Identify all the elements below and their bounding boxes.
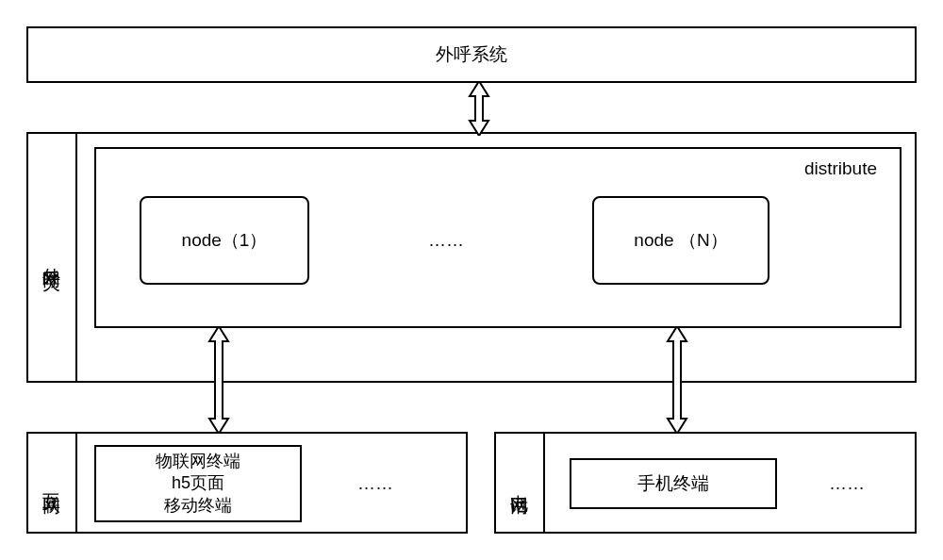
outbound-system-box: 外呼系统 (26, 26, 917, 83)
diagram-canvas: 外呼系统 外呼网关 distribute node（1） …… node （N）… (26, 26, 917, 534)
arrow-system-gateway (460, 81, 498, 136)
node-n-label: node （N） (634, 228, 727, 253)
outbound-system-label: 外呼系统 (436, 42, 507, 67)
internet-side-label-box: 互联网 (26, 432, 77, 534)
node-1-box: node（1） (140, 196, 309, 285)
mobile-terminal-label: 移动终端 (164, 495, 232, 517)
telephone-side-label: 电话网 (507, 480, 532, 486)
distribute-label: distribute (804, 149, 900, 179)
telephone-side-label-box: 电话网 (494, 432, 545, 534)
phone-terminal-label: 手机终端 (637, 471, 709, 496)
h5-page-label: h5页面 (172, 472, 224, 494)
gateway-side-label: 外呼网关 (40, 254, 64, 261)
internet-terminal-box: 物联网终端 h5页面 移动终端 (94, 445, 302, 522)
internet-ellipsis: …… (338, 469, 413, 498)
telephone-ellipsis: …… (809, 469, 885, 498)
nodes-ellipsis: …… (394, 226, 498, 255)
svg-marker-0 (470, 81, 488, 136)
gateway-side-label-box: 外呼网关 (26, 132, 77, 383)
internet-side-label: 互联网 (40, 480, 64, 486)
iot-terminal-label: 物联网终端 (156, 451, 240, 472)
node-1-label: node（1） (182, 228, 268, 253)
node-n-box: node （N） (592, 196, 769, 285)
phone-terminal-box: 手机终端 (570, 458, 777, 509)
